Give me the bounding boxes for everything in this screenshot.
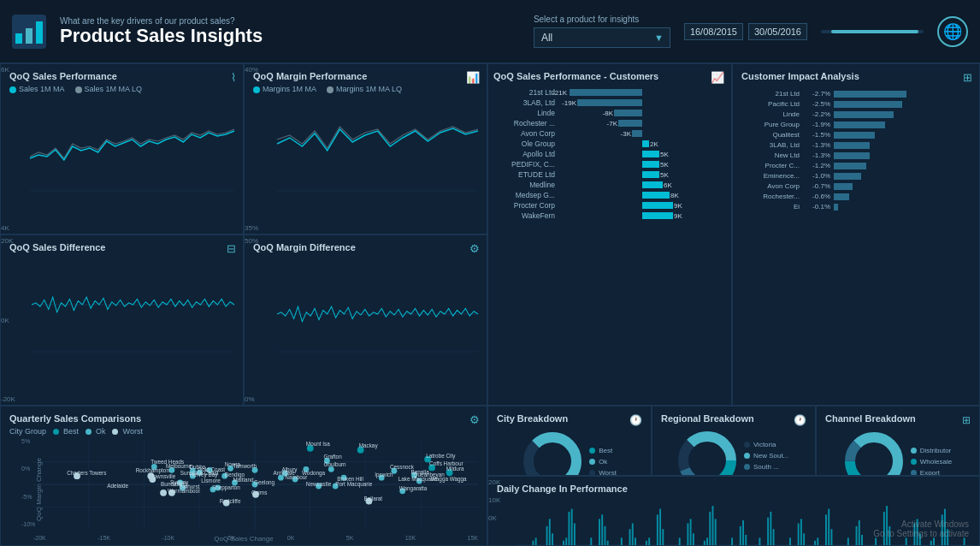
svg-rect-198 (740, 526, 741, 546)
qoq-sales-y-axis: 6K 4K (1, 64, 9, 234)
date-slider-fill (831, 30, 918, 33)
date-to: 30/05/2016 (748, 23, 807, 40)
legend-margins-1m-ma: Margins 1M MA (253, 85, 316, 93)
list-item: Linde -2.2% (741, 110, 971, 118)
list-item: Procter C... -1.2% (741, 162, 971, 169)
svg-rect-210 (773, 529, 775, 546)
svg-text:Goulburn: Goulburn (323, 461, 346, 467)
svg-rect-240 (856, 526, 858, 546)
svg-rect-263 (919, 533, 921, 546)
daily-y-axis: 20K 10K 0K (488, 477, 500, 545)
qoq-sales-difference-panel: QoQ Sales Difference ⊟ 20K 0K -20K (0, 234, 244, 406)
svg-rect-189 (715, 519, 717, 546)
svg-rect-221 (803, 533, 805, 546)
svg-text:Melbourne: Melbourne (166, 463, 192, 469)
svg-rect-2 (26, 28, 32, 44)
channel-donut-svg (844, 431, 904, 476)
legend-sales-1m-ma-lq: Sales 1M MA LQ (75, 85, 143, 93)
qoq-sales-chart-area (30, 97, 234, 191)
svg-rect-135 (565, 537, 567, 546)
city-breakdown-title: City Breakdown (497, 413, 568, 424)
clock-icon: 🕐 (629, 414, 642, 426)
svg-rect-168 (657, 514, 658, 546)
svg-rect-258 (906, 537, 907, 546)
svg-rect-158 (629, 529, 631, 546)
svg-rect-205 (759, 537, 760, 546)
product-dropdown-wrapper[interactable]: All ▼ (534, 27, 670, 48)
svg-rect-252 (888, 526, 890, 546)
main-grid: QoQ Sales Performance ⌇ Sales 1M MA Sale… (0, 63, 980, 546)
regional-breakdown-panel: Regional Breakdown 🕐 Victoria (652, 406, 816, 476)
list-item: Pure Group -1.9% (741, 121, 971, 128)
channel-donut-area: Distributor Wholesale Export (825, 427, 971, 476)
svg-text:Wagga Wagga: Wagga Wagga (431, 476, 467, 483)
channel-breakdown-panel: Channel Breakdown ⊞ Distributor Who (816, 406, 980, 476)
customers-bar-chart: 21st Ltd -21K 3LAB, Ltd -19K Linde -8K (493, 88, 726, 220)
svg-rect-219 (798, 523, 800, 546)
legend-ok: Ok (86, 427, 106, 436)
svg-text:Redcliffe: Redcliffe (220, 498, 241, 504)
svg-rect-250 (883, 512, 885, 546)
svg-rect-181 (693, 533, 694, 546)
svg-rect-237 (847, 537, 849, 546)
svg-rect-1 (15, 33, 22, 44)
svg-rect-231 (830, 529, 832, 546)
svg-rect-199 (742, 520, 744, 546)
scatter-x-label: QoQ Sales Change (214, 535, 273, 543)
svg-rect-251 (886, 506, 888, 546)
qoq-margin-diff-title: QoQ Margin Difference (253, 242, 478, 252)
svg-text:Ballarat: Ballarat (364, 496, 383, 501)
legend-margins-1m-ma-lq: Margins 1M MA LQ (327, 85, 402, 93)
svg-rect-185 (704, 541, 705, 546)
city-donut-area: Best Ok Worst (497, 427, 642, 476)
table-row: Medsep G... 8K (493, 191, 726, 199)
legend-export: Export (911, 469, 952, 477)
svg-rect-279 (964, 537, 965, 546)
legend-wholesale: Wholesale (911, 458, 952, 466)
list-item: Rochester... -0.6% (741, 193, 971, 200)
svg-text:Geelong: Geelong (254, 479, 275, 486)
impact-icon: ⊞ (963, 71, 972, 84)
qoq-sales-sparkline (30, 97, 234, 191)
svg-rect-247 (875, 537, 877, 546)
product-dropdown[interactable]: All (534, 27, 670, 48)
qoq-sales-perf-title: QoQ Sales Performance (9, 71, 234, 81)
legend-best: Best (53, 427, 80, 436)
svg-text:Port Macquarie: Port Macquarie (335, 481, 373, 488)
svg-text:Wangaratta: Wangaratta (399, 485, 428, 492)
svg-rect-195 (731, 537, 733, 546)
svg-text:Grafton: Grafton (323, 454, 342, 460)
scatter-icon: ⚙ (469, 413, 480, 426)
table-row: Rochester ... -7K (493, 119, 726, 128)
qoq-sales-legend: Sales 1M MA Sales 1M MA LQ (9, 85, 234, 93)
diff-chart-icon: ⊟ (227, 242, 236, 255)
svg-rect-176 (679, 537, 681, 546)
customers-chart-icon: 📈 (711, 71, 724, 84)
list-item: Ei -0.1% (741, 203, 971, 211)
date-slider-container[interactable] (821, 30, 924, 33)
date-range-display: 16/08/2015 30/05/2016 (684, 23, 807, 40)
header: What are the key drivers of our product … (0, 0, 980, 63)
logo-icon (12, 15, 46, 49)
legend-distributor: Distributor (911, 447, 952, 454)
qoq-sales-performance-panel: QoQ Sales Performance ⌇ Sales 1M MA Sale… (0, 63, 244, 234)
table-row: Linde -8K (493, 109, 726, 117)
legend-worst: Worst (112, 427, 143, 436)
daily-chart-area (517, 497, 971, 546)
date-slider-track[interactable] (821, 30, 924, 33)
qoq-margin-chart-area (277, 97, 478, 191)
legend-new-south: New Sout... (744, 452, 790, 460)
regional-donut-svg (677, 430, 737, 476)
city-breakdown-panel: City Breakdown 🕐 Best Ok (487, 406, 652, 476)
svg-rect-179 (687, 523, 688, 546)
product-label: Select a product for insights (534, 15, 670, 24)
bottom-right-grid: City Breakdown 🕐 Best Ok (487, 406, 980, 546)
svg-rect-230 (828, 509, 829, 546)
svg-text:Maitland: Maitland (233, 477, 255, 483)
line-chart-icon: ⌇ (231, 71, 236, 84)
svg-rect-148 (601, 514, 603, 546)
svg-text:Latrobe City: Latrobe City (426, 453, 456, 460)
globe-icon[interactable]: 🌐 (937, 16, 968, 47)
list-item: Eminence... -1.0% (741, 172, 971, 180)
svg-text:Nambour: Nambour (285, 474, 308, 480)
